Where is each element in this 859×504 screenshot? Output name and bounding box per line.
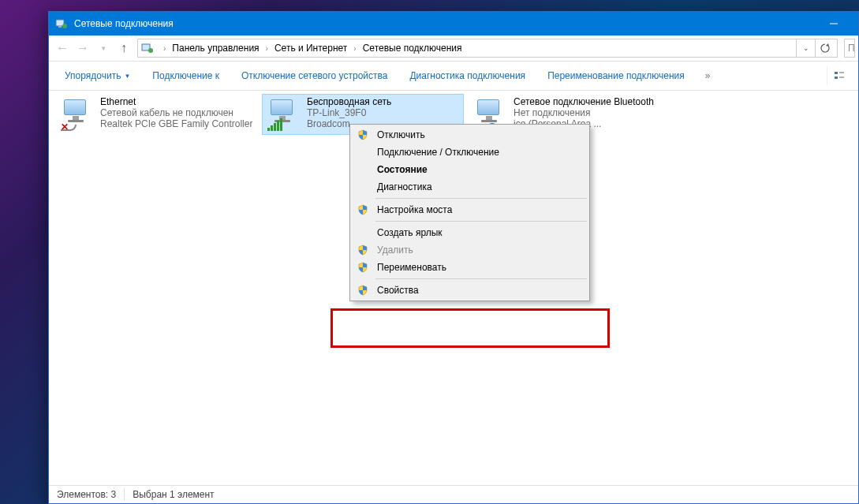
menu-item[interactable]: Переименовать xyxy=(352,259,588,276)
connect-to-button[interactable]: Подключение к xyxy=(144,65,227,86)
menu-separator xyxy=(375,278,587,279)
menu-item-label: Настройка моста xyxy=(374,204,584,215)
svg-point-2 xyxy=(62,24,67,28)
connection-item[interactable]: ✕EthernetСетевой кабель не подключенReal… xyxy=(55,94,257,135)
command-bar: Упорядочить ▼ Подключение к Отключение с… xyxy=(49,62,858,91)
uac-shield-icon xyxy=(357,204,368,215)
breadcrumb-item[interactable]: Сетевые подключения xyxy=(361,43,464,54)
nav-up-button[interactable]: ↑ xyxy=(114,38,134,58)
selection-status: Выбран 1 элемент xyxy=(133,489,214,500)
menu-item[interactable]: Состояние xyxy=(352,161,588,178)
menu-item-label: Подключение / Отключение xyxy=(374,147,584,158)
connection-name: Сетевое подключение Bluetooth xyxy=(514,96,654,107)
svg-rect-1 xyxy=(58,26,62,28)
menu-item-label: Переименовать xyxy=(374,262,584,273)
disable-device-button[interactable]: Отключение сетевого устройства xyxy=(233,65,395,86)
nav-back-button[interactable]: ← xyxy=(52,38,73,58)
window-title: Сетевые подключения xyxy=(74,18,816,29)
connection-status: Сетевой кабель не подключен xyxy=(100,107,252,118)
menu-item[interactable]: Подключение / Отключение xyxy=(352,144,588,161)
menu-item-label: Создать ярлык xyxy=(374,227,584,238)
svg-rect-7 xyxy=(835,77,838,79)
diagnose-button[interactable]: Диагностика подключения xyxy=(401,65,533,86)
menu-item-label: Диагностика xyxy=(374,181,584,192)
menu-item[interactable]: Свойства xyxy=(352,282,588,299)
network-folder-icon xyxy=(141,42,154,54)
uac-shield-icon xyxy=(357,285,368,296)
uac-shield-icon xyxy=(357,245,368,256)
menu-item-label: Удалить xyxy=(374,245,584,256)
menu-item[interactable]: Настройка моста xyxy=(352,201,588,218)
view-options-button[interactable] xyxy=(827,66,850,85)
status-bar: Элементов: 3 Выбран 1 элемент xyxy=(49,485,858,503)
search-placeholder: П xyxy=(848,43,855,54)
highlight-annotation xyxy=(331,308,610,348)
svg-point-5 xyxy=(148,48,153,53)
toolbar-overflow-button[interactable]: » xyxy=(699,70,717,81)
ethernet-connection-icon: ✕ xyxy=(58,96,95,134)
network-connections-window: Сетевые подключения ← → ▾ ↑ › Панель упр… xyxy=(48,11,859,504)
control-panel-icon xyxy=(55,17,68,30)
menu-separator xyxy=(375,198,587,199)
nav-forward-button[interactable]: → xyxy=(73,38,93,58)
connection-device: Realtek PCIe GBE Family Controller xyxy=(100,118,252,129)
item-count: Элементов: 3 xyxy=(57,489,116,500)
menu-item-label: Свойства xyxy=(374,285,584,296)
connection-name: Беспроводная сеть xyxy=(307,96,391,107)
menu-separator xyxy=(375,221,587,222)
breadcrumb-item[interactable]: Панель управления xyxy=(170,43,260,54)
connection-status: TP-Link_39F0 xyxy=(307,107,391,118)
status-separator xyxy=(124,488,125,501)
address-dropdown-button[interactable]: ⌄ xyxy=(796,39,815,57)
organize-menu[interactable]: Упорядочить ▼ xyxy=(57,65,138,86)
rename-button[interactable]: Переименование подключения xyxy=(540,65,693,86)
menu-item-label: Состояние xyxy=(374,164,584,175)
address-field[interactable]: › Панель управления › Сеть и Интернет › … xyxy=(137,39,838,58)
chevron-down-icon: ▼ xyxy=(124,73,130,80)
uac-shield-icon xyxy=(357,129,368,140)
nav-recent-button[interactable]: ▾ xyxy=(93,38,114,58)
menu-item[interactable]: Отключить xyxy=(352,126,588,144)
menu-item[interactable]: Диагностика xyxy=(352,178,588,196)
breadcrumb-item[interactable]: Сеть и Интернет xyxy=(273,43,349,54)
connection-status: Нет подключения xyxy=(514,107,654,118)
titlebar: Сетевые подключения xyxy=(49,12,858,35)
chevron-right-icon[interactable]: › xyxy=(349,44,360,53)
chevron-right-icon[interactable]: › xyxy=(159,44,170,53)
organize-label: Упорядочить xyxy=(65,70,121,81)
address-bar: ← → ▾ ↑ › Панель управления › Сеть и Инт… xyxy=(49,35,858,62)
wifi-connection-icon xyxy=(264,96,302,134)
search-input[interactable]: П xyxy=(844,39,855,58)
menu-item-label: Отключить xyxy=(374,129,584,140)
chevron-right-icon[interactable]: › xyxy=(261,44,273,53)
refresh-button[interactable] xyxy=(815,39,834,57)
uac-shield-icon xyxy=(357,262,368,273)
context-menu: ОтключитьПодключение / ОтключениеСостоян… xyxy=(349,124,590,301)
connection-name: Ethernet xyxy=(100,96,252,107)
svg-rect-6 xyxy=(835,72,838,74)
minimize-button[interactable] xyxy=(816,12,852,35)
content-area: ✕EthernetСетевой кабель не подключенReal… xyxy=(49,91,858,485)
menu-item: Удалить xyxy=(352,241,588,259)
menu-item[interactable]: Создать ярлык xyxy=(352,224,588,241)
